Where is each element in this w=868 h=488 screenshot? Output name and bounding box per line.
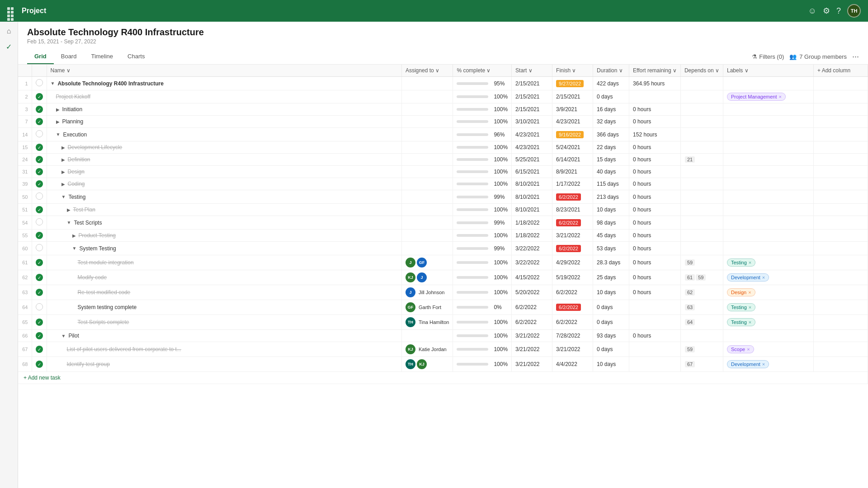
add-col-cell: [814, 103, 868, 116]
row-status[interactable]: [32, 128, 47, 141]
add-task-button[interactable]: + Add new task: [18, 372, 868, 384]
help-icon[interactable]: ?: [836, 6, 841, 16]
row-task-name[interactable]: ▼Test Scripts: [47, 216, 401, 230]
filter-button[interactable]: ⚗ Filters (0): [752, 53, 784, 60]
collapse-icon[interactable]: ▼: [61, 194, 66, 199]
row-task-name[interactable]: Test Scripts complete: [47, 315, 401, 330]
row-status[interactable]: [32, 216, 47, 230]
col-pct-header[interactable]: % complete ∨: [453, 65, 512, 77]
row-status[interactable]: ✓: [32, 116, 47, 128]
row-task-name[interactable]: ▼Absolute Technology R400 Infrastructure: [47, 77, 401, 90]
row-task-name[interactable]: System testing complete: [47, 300, 401, 315]
row-status[interactable]: ✓: [32, 230, 47, 242]
row-finish-date: 9/27/2022: [552, 77, 593, 90]
row-task-name[interactable]: Test module integration: [47, 255, 401, 270]
row-status[interactable]: ✓: [32, 270, 47, 285]
sidebar-home-icon[interactable]: ⌂: [7, 27, 11, 35]
row-percent-complete: 100%: [453, 270, 512, 285]
row-task-name[interactable]: Identify test group: [47, 357, 401, 372]
row-task-name[interactable]: ▶Definition: [47, 154, 401, 166]
add-task-row[interactable]: + Add new task: [18, 372, 868, 384]
row-status[interactable]: [32, 300, 47, 315]
user-avatar[interactable]: TH: [847, 4, 861, 18]
row-status[interactable]: ✓: [32, 166, 47, 178]
row-assignees: [401, 178, 453, 190]
expand-icon[interactable]: ▶: [61, 145, 65, 150]
row-task-name[interactable]: Re-test modified code: [47, 285, 401, 300]
row-task-name[interactable]: ▶Initiation: [47, 103, 401, 116]
row-number: 55: [18, 230, 32, 242]
row-status[interactable]: ✓: [32, 255, 47, 270]
add-column-button[interactable]: + Add column: [814, 65, 868, 77]
row-assignees: JGF: [401, 255, 453, 270]
col-assigned-header[interactable]: Assigned to ∨: [401, 65, 453, 77]
row-task-name[interactable]: ▶Design: [47, 166, 401, 178]
col-name-header[interactable]: Name ∨: [47, 65, 401, 77]
more-options-button[interactable]: ···: [852, 52, 859, 61]
collapse-icon[interactable]: ▼: [72, 246, 77, 251]
row-status[interactable]: ✓: [32, 342, 47, 357]
row-task-name[interactable]: ▶Development Lifecycle: [47, 141, 401, 154]
row-status[interactable]: ✓: [32, 330, 47, 342]
row-task-name[interactable]: Modify code: [47, 270, 401, 285]
row-status[interactable]: ✓: [32, 141, 47, 154]
row-task-name[interactable]: Project Kickoff: [47, 90, 401, 103]
row-status[interactable]: ✓: [32, 154, 47, 166]
col-depends-header[interactable]: Depends on ∨: [680, 65, 723, 77]
tab-timeline[interactable]: Timeline: [84, 49, 120, 64]
table-row: 60▼System Testing99%3/22/20226/2/202253 …: [18, 242, 868, 255]
expand-icon[interactable]: ▶: [61, 157, 65, 162]
emoji-icon[interactable]: ☺: [808, 6, 816, 16]
expand-icon[interactable]: ▶: [61, 169, 65, 174]
row-status[interactable]: ✓: [32, 90, 47, 103]
row-status[interactable]: [32, 77, 47, 90]
collapse-icon[interactable]: ▼: [51, 81, 55, 86]
sidebar-check-icon[interactable]: ✓: [6, 42, 12, 51]
row-task-name[interactable]: ▶Test Plan: [47, 204, 401, 216]
col-duration-header[interactable]: Duration ∨: [593, 65, 629, 77]
row-status[interactable]: ✓: [32, 285, 47, 300]
expand-icon[interactable]: ▶: [72, 233, 76, 238]
tab-charts[interactable]: Charts: [120, 49, 152, 64]
row-status[interactable]: ✓: [32, 178, 47, 190]
apps-icon[interactable]: [7, 7, 14, 14]
row-status[interactable]: ✓: [32, 315, 47, 330]
settings-icon[interactable]: ⚙: [823, 6, 830, 16]
row-assignees: [401, 204, 453, 216]
row-task-name[interactable]: ▼Execution: [47, 128, 401, 141]
row-task-name[interactable]: ▶Product Testing: [47, 230, 401, 242]
row-task-name[interactable]: ▼Testing: [47, 190, 401, 204]
row-status[interactable]: [32, 242, 47, 255]
col-effort-header[interactable]: Effort remaining ∨: [629, 65, 681, 77]
percent-label: 100%: [494, 156, 508, 163]
group-members-button[interactable]: 👥 7 Group members: [789, 53, 847, 60]
progress-bar: [457, 306, 488, 309]
row-task-name[interactable]: List of pilot users delivered from corpo…: [47, 342, 401, 357]
row-start-date: 3/21/2022: [512, 342, 552, 357]
col-finish-header[interactable]: Finish ∨: [552, 65, 593, 77]
tab-grid[interactable]: Grid: [27, 49, 54, 64]
expand-icon[interactable]: ▶: [61, 182, 65, 187]
task-name-text: Development Lifecycle: [68, 144, 123, 150]
row-percent-complete: 100%: [453, 357, 512, 372]
tab-board[interactable]: Board: [54, 49, 84, 64]
table-row: 3✓▶Initiation100%2/15/20213/9/202116 day…: [18, 103, 868, 116]
row-status[interactable]: ✓: [32, 204, 47, 216]
expand-icon[interactable]: ▶: [56, 107, 60, 112]
add-col-cell: [814, 285, 868, 300]
collapse-icon[interactable]: ▼: [67, 220, 71, 225]
row-task-name[interactable]: ▶Planning: [47, 116, 401, 128]
col-start-header[interactable]: Start ∨: [512, 65, 552, 77]
collapse-icon[interactable]: ▼: [56, 132, 61, 137]
row-task-name[interactable]: ▼Pilot: [47, 330, 401, 342]
collapse-icon[interactable]: ▼: [61, 333, 66, 338]
expand-icon[interactable]: ▶: [67, 207, 71, 212]
row-duration: 16 days: [593, 103, 629, 116]
row-status[interactable]: ✓: [32, 357, 47, 372]
expand-icon[interactable]: ▶: [56, 119, 60, 124]
col-labels-header[interactable]: Labels ∨: [723, 65, 814, 77]
row-task-name[interactable]: ▼System Testing: [47, 242, 401, 255]
row-status[interactable]: ✓: [32, 103, 47, 116]
row-task-name[interactable]: ▶Coding: [47, 178, 401, 190]
row-status[interactable]: [32, 190, 47, 204]
